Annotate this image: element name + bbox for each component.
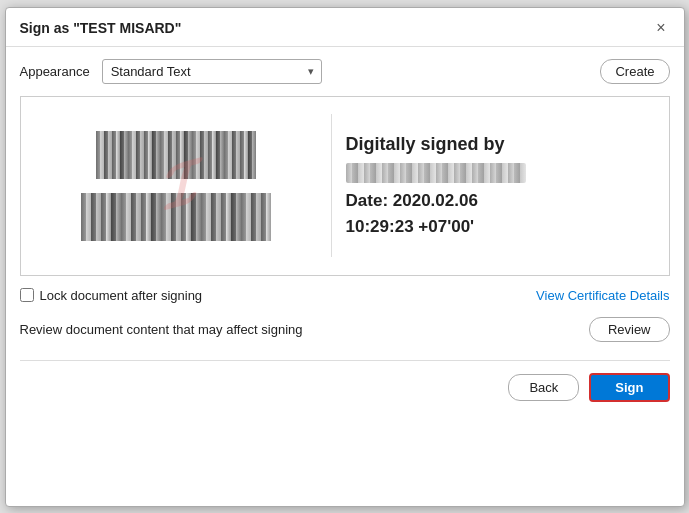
review-button[interactable]: Review bbox=[589, 317, 670, 342]
review-row: Review document content that may affect … bbox=[6, 307, 684, 352]
sign-button[interactable]: Sign bbox=[589, 373, 669, 402]
preview-right-side: Digitally signed by Date: 2020.02.06 10:… bbox=[332, 97, 669, 275]
appearance-row: Appearance Standard Text Custom ▾ Create bbox=[6, 47, 684, 96]
create-button[interactable]: Create bbox=[600, 59, 669, 84]
preview-left-side: 𝓘 bbox=[21, 97, 332, 275]
action-row: Back Sign bbox=[6, 361, 684, 414]
preview-divider bbox=[331, 114, 332, 256]
appearance-select[interactable]: Standard Text Custom bbox=[102, 59, 322, 84]
sign-dialog: Sign as "TEST MISARD" × Appearance Stand… bbox=[5, 7, 685, 507]
lock-checkbox[interactable] bbox=[20, 288, 34, 302]
lock-left: Lock document after signing bbox=[20, 288, 203, 303]
signature-preview: 𝓘 Digitally signed by Date: 2020.02.06 1… bbox=[20, 96, 670, 276]
test-text-pixelated bbox=[96, 131, 256, 179]
lock-label: Lock document after signing bbox=[40, 288, 203, 303]
review-text: Review document content that may affect … bbox=[20, 322, 303, 337]
dialog-title-bar: Sign as "TEST MISARD" × bbox=[6, 8, 684, 47]
appearance-select-wrapper: Standard Text Custom ▾ bbox=[102, 59, 322, 84]
preview-date: Date: 2020.02.06 bbox=[346, 191, 655, 211]
back-button[interactable]: Back bbox=[508, 374, 579, 401]
lock-row: Lock document after signing View Certifi… bbox=[6, 276, 684, 307]
appearance-label: Appearance bbox=[20, 64, 90, 79]
misard-text-pixelated bbox=[81, 193, 271, 241]
close-button[interactable]: × bbox=[652, 18, 669, 38]
name-blurred bbox=[346, 163, 526, 183]
dialog-title: Sign as "TEST MISARD" bbox=[20, 20, 182, 36]
signed-by-text: Digitally signed by bbox=[346, 134, 655, 155]
preview-time: 10:29:23 +07'00' bbox=[346, 217, 655, 237]
view-certificate-link[interactable]: View Certificate Details bbox=[536, 288, 669, 303]
